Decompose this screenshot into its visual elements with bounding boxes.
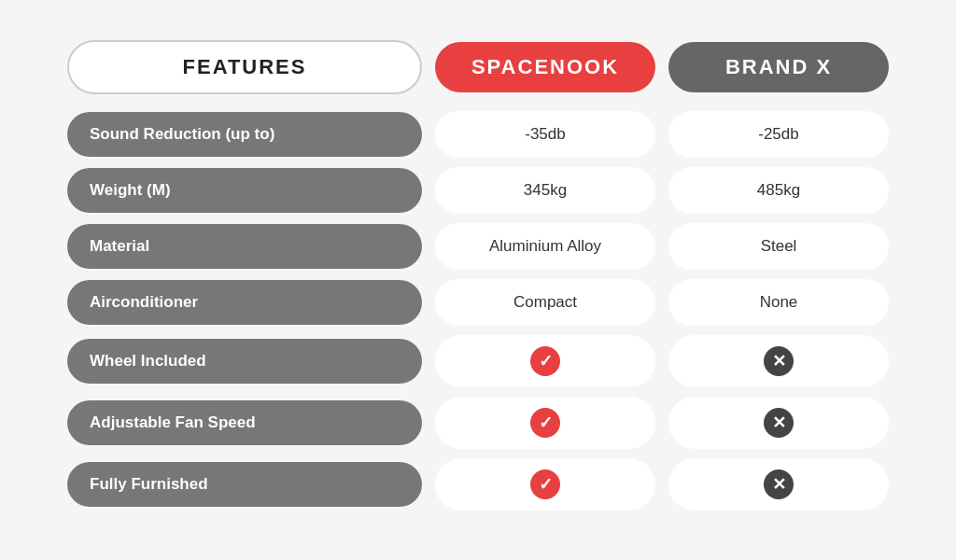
table-row: Adjustable Fan Speed✓✕	[67, 397, 889, 449]
spacenook-value-cell: ✓	[435, 397, 655, 449]
brandx-value-cell: ✕	[668, 458, 889, 511]
features-header: FEATURES	[67, 40, 422, 94]
spacenook-header: SPACENOOK	[435, 42, 655, 92]
brandx-value-cell: -25db	[668, 111, 889, 158]
brandx-value-cell: None	[668, 279, 889, 326]
check-icon: ✓	[530, 346, 560, 376]
spacenook-value-cell: Aluminium Alloy	[435, 223, 655, 270]
check-icon: ✓	[530, 408, 560, 438]
header-row: FEATURES SPACENOOK BRAND X	[67, 40, 889, 94]
comparison-table: FEATURES SPACENOOK BRAND X Sound Reducti…	[30, 12, 926, 548]
table-row: Sound Reduction (up to)-35db-25db	[67, 111, 889, 158]
table-row: Wheel Included✓✕	[67, 335, 889, 387]
brandx-value-cell: ✕	[668, 397, 889, 449]
feature-cell: Wheel Included	[67, 339, 422, 384]
check-icon: ✓	[530, 469, 560, 499]
spacenook-value-cell: Compact	[435, 279, 655, 326]
brandx-value-cell: ✕	[668, 335, 889, 387]
cross-icon: ✕	[764, 469, 794, 499]
brandx-value-cell: Steel	[668, 223, 889, 270]
spacenook-value-cell: 345kg	[435, 167, 655, 214]
feature-cell: Weight (M)	[67, 168, 422, 213]
table-row: Weight (M)345kg485kg	[67, 167, 889, 214]
table-row: Fully Furnished✓✕	[67, 458, 889, 511]
spacenook-value-cell: ✓	[435, 458, 655, 511]
spacenook-value-cell: ✓	[435, 335, 655, 387]
feature-cell: Airconditioner	[67, 280, 422, 325]
brandx-header: BRAND X	[668, 42, 889, 92]
cross-icon: ✕	[764, 346, 794, 376]
brandx-value-cell: 485kg	[668, 167, 889, 214]
feature-cell: Sound Reduction (up to)	[67, 112, 422, 157]
feature-cell: Adjustable Fan Speed	[67, 400, 422, 445]
rows-container: Sound Reduction (up to)-35db-25dbWeight …	[67, 111, 889, 511]
feature-cell: Material	[67, 224, 422, 269]
table-row: MaterialAluminium AlloySteel	[67, 223, 889, 270]
spacenook-value-cell: -35db	[435, 111, 655, 158]
cross-icon: ✕	[764, 408, 794, 438]
feature-cell: Fully Furnished	[67, 462, 422, 507]
table-row: AirconditionerCompactNone	[67, 279, 889, 326]
